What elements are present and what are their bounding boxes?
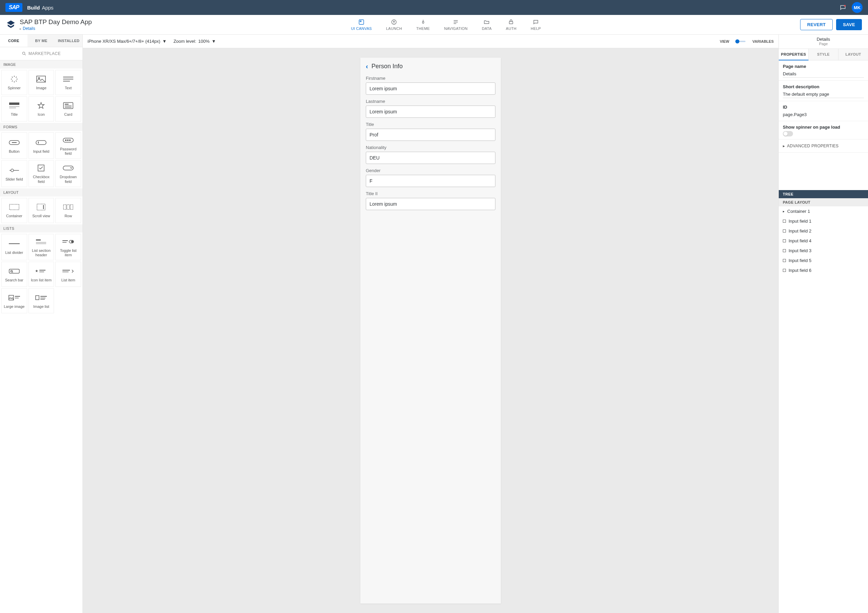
lib-item-list-item[interactable]: List item xyxy=(55,262,81,287)
marketplace-link[interactable]: MARKETPLACE xyxy=(0,47,82,61)
notification-icon[interactable] xyxy=(840,4,846,11)
svg-rect-4 xyxy=(509,22,513,24)
lib-item-toggle-list-item[interactable]: Toggle list item xyxy=(55,234,81,260)
field-input-5[interactable] xyxy=(366,198,495,210)
lib-item-image-list[interactable]: Image list xyxy=(28,288,54,313)
field-input-3[interactable] xyxy=(366,152,495,164)
lib-tab-byme[interactable]: BY ME xyxy=(28,35,55,47)
zoom-selector[interactable]: Zoom level: 100% ▼ xyxy=(174,39,216,44)
prop-spinner-toggle[interactable] xyxy=(783,131,793,137)
page-title: Person Info xyxy=(372,63,403,70)
lib-item-row[interactable]: Row xyxy=(55,198,81,223)
lib-item-checkbox-field[interactable]: Checkbox field xyxy=(28,160,54,187)
image-icon xyxy=(36,75,46,83)
tree-item-3[interactable]: Input field 4 xyxy=(779,236,868,246)
field-label-4: Gender xyxy=(366,168,495,173)
lib-item-dropdown-field[interactable]: Dropdown field xyxy=(55,160,81,187)
variables-label: VARIABLES xyxy=(752,39,773,43)
svg-point-31 xyxy=(65,140,67,141)
lib-item-container[interactable]: Container xyxy=(2,198,27,223)
lib-item-spinner[interactable]: Spinner xyxy=(2,70,27,95)
page-info-sub: Page xyxy=(779,42,868,46)
field-label-0: Firstname xyxy=(366,76,495,81)
lib-tab-core[interactable]: CORE xyxy=(0,35,28,47)
row-icon xyxy=(63,203,73,211)
tab-properties[interactable]: PROPERTIES xyxy=(779,49,809,61)
lib-tab-installed[interactable]: INSTALLED xyxy=(55,35,82,47)
prop-id-value: page.Page3 xyxy=(783,111,864,118)
tab-navigation[interactable]: NAVIGATION xyxy=(444,19,468,31)
back-icon[interactable]: ‹ xyxy=(366,62,368,70)
field-input-2[interactable] xyxy=(366,129,495,141)
lib-item-list-section-header[interactable]: List section header xyxy=(28,234,54,260)
save-button[interactable]: SAVE xyxy=(836,19,862,30)
field-label-5: Title II xyxy=(366,191,495,196)
tab-data[interactable]: DATA xyxy=(482,19,492,31)
svg-point-51 xyxy=(71,241,73,242)
svg-rect-43 xyxy=(70,205,73,210)
svg-rect-41 xyxy=(64,205,66,210)
tab-ui-canvas[interactable]: UI CANVAS xyxy=(351,19,372,31)
brand-build: Build xyxy=(27,5,40,11)
title-icon xyxy=(9,101,19,110)
icon-list-item-icon xyxy=(35,267,47,275)
tree-item-4[interactable]: Input field 3 xyxy=(779,246,868,256)
tab-layout[interactable]: LAYOUT xyxy=(839,49,868,61)
canvas-area: iPhone XR/XS Max/6+/7+/8+ (414px) ▼ Zoom… xyxy=(83,35,778,613)
prop-pagename-input[interactable]: Details xyxy=(783,70,864,78)
field-input-4[interactable] xyxy=(366,175,495,187)
page-info-title: Details xyxy=(779,37,868,42)
svg-line-10 xyxy=(12,77,12,78)
tab-style[interactable]: STYLE xyxy=(809,49,839,61)
large-image-icon xyxy=(8,293,20,302)
dropdown-field-icon xyxy=(63,164,74,172)
lib-item-button[interactable]: Button xyxy=(2,132,27,159)
toggle-list-item-icon xyxy=(62,237,74,246)
lib-item-slider-field[interactable]: Slider field xyxy=(2,160,27,187)
lib-item-scroll-view[interactable]: Scroll view xyxy=(28,198,54,223)
avatar[interactable]: MK xyxy=(852,2,863,13)
lib-item-list-divider[interactable]: List divider xyxy=(2,234,27,260)
prop-spinner-label: Show spinner on page load xyxy=(783,124,864,130)
field-input-0[interactable] xyxy=(366,82,495,95)
device-selector[interactable]: iPhone XR/XS Max/6+/7+/8+ (414px) ▼ xyxy=(88,39,167,44)
canvas-icon xyxy=(358,19,364,25)
topbar: SAP Build Apps MK xyxy=(0,0,868,15)
lib-item-password-field[interactable]: Password field xyxy=(55,132,81,159)
search-icon xyxy=(22,51,26,56)
advanced-properties[interactable]: ▸ADVANCED PROPERTIES xyxy=(779,140,868,153)
nav-tabs: UI CANVAS LAUNCH THEME NAVIGATION DATA A… xyxy=(92,19,800,31)
tree-item-2[interactable]: Input field 2 xyxy=(779,226,868,236)
tab-auth[interactable]: AUTH xyxy=(506,19,516,31)
field-label-3: Nationality xyxy=(366,145,495,150)
section-lists: LISTS xyxy=(0,224,82,233)
lib-item-text[interactable]: Text xyxy=(55,70,81,95)
data-icon xyxy=(484,19,490,25)
lib-item-image[interactable]: Image xyxy=(28,70,54,95)
tab-help[interactable]: HELP xyxy=(531,19,541,31)
revert-button[interactable]: REVERT xyxy=(800,19,833,30)
tree-item-6[interactable]: Input field 6 xyxy=(779,265,868,275)
tab-launch[interactable]: LAUNCH xyxy=(386,19,402,31)
help-icon xyxy=(533,19,539,25)
lib-item-card[interactable]: Card xyxy=(55,96,81,121)
prop-shortdesc-input[interactable]: The default empty page xyxy=(783,91,864,98)
tree-item-1[interactable]: Input field 1 xyxy=(779,216,868,226)
lib-item-icon[interactable]: Icon xyxy=(28,96,54,121)
tree-item-0[interactable]: ▸Container 1 xyxy=(779,206,868,216)
checkbox-field-icon xyxy=(38,164,45,172)
svg-rect-62 xyxy=(36,296,39,300)
lib-item-search-bar[interactable]: Search bar xyxy=(2,262,27,287)
lib-item-input-field[interactable]: Input field xyxy=(28,132,54,159)
tab-theme[interactable]: THEME xyxy=(416,19,430,31)
breadcrumb[interactable]: ▸Details xyxy=(20,26,92,31)
view-variables-toggle[interactable] xyxy=(736,41,746,42)
lib-item-large-image[interactable]: Large image xyxy=(2,288,27,313)
device-preview[interactable]: ‹ Person Info FirstnameLastnameTitleNati… xyxy=(360,58,501,604)
lib-item-title[interactable]: Title xyxy=(2,96,27,121)
password-field-icon xyxy=(63,136,74,144)
field-input-1[interactable] xyxy=(366,106,495,118)
lib-item-icon-list-item[interactable]: Icon list item xyxy=(28,262,54,287)
tree-sub: PAGE LAYOUT xyxy=(779,198,868,206)
tree-item-5[interactable]: Input field 5 xyxy=(779,256,868,265)
